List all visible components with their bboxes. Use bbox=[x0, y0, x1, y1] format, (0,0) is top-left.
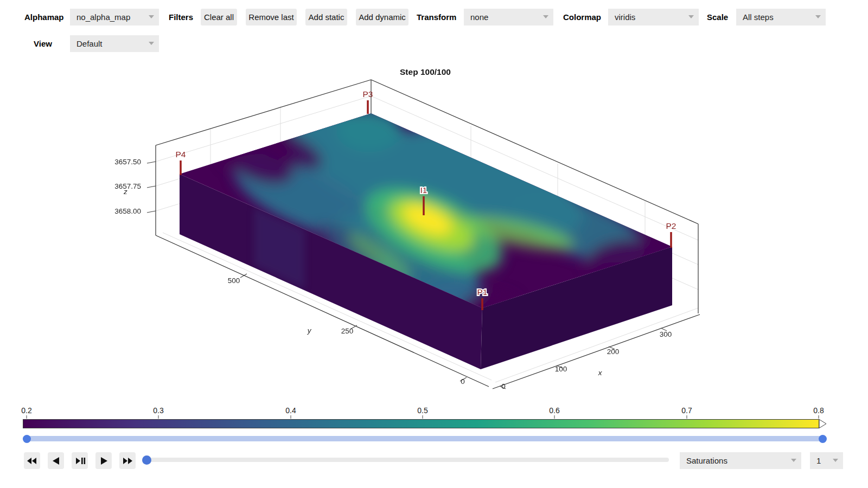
plot-title: Step 100/100 bbox=[400, 67, 451, 76]
colorbar-tick: 0.8 bbox=[813, 406, 824, 415]
well-label-i1: I1 bbox=[420, 185, 427, 195]
field-dropdown-value: Saturations bbox=[686, 456, 727, 465]
skip-backward-icon bbox=[25, 456, 39, 466]
well-label-p3: P3 bbox=[363, 89, 373, 99]
colorbar-tick: 0.7 bbox=[681, 406, 692, 415]
app-window: Alphamap no_alpha_map Filters Clear all … bbox=[0, 0, 868, 488]
add-dynamic-button[interactable]: Add dynamic bbox=[356, 9, 409, 25]
dropdown-arrow-icon bbox=[149, 42, 154, 45]
scale-dropdown-value: All steps bbox=[743, 12, 774, 22]
add-static-button[interactable]: Add static bbox=[305, 9, 347, 25]
colorbar-range-handle-max[interactable] bbox=[819, 435, 827, 443]
dropdown-arrow-icon bbox=[543, 15, 548, 18]
play-pause-icon bbox=[74, 456, 86, 466]
colorbar-tick: 0.5 bbox=[417, 406, 428, 415]
alphamap-dropdown[interactable]: no_alpha_map bbox=[70, 9, 159, 25]
view-dropdown-value: Default bbox=[76, 39, 103, 48]
fast-forward-button[interactable] bbox=[119, 452, 136, 469]
play-icon bbox=[98, 456, 109, 466]
colormap-label: Colormap bbox=[563, 9, 601, 25]
colorbar-gradient bbox=[23, 420, 819, 428]
play-button[interactable] bbox=[95, 452, 112, 469]
colorbar: 0.2 0.3 0.4 0.5 0.6 0.7 0.8 bbox=[0, 404, 868, 434]
fast-forward-icon bbox=[121, 456, 134, 466]
step-slider-track[interactable] bbox=[142, 458, 669, 462]
well-label-p1: P1 bbox=[477, 287, 488, 297]
colormap-dropdown-value: viridis bbox=[615, 12, 635, 22]
z-tick-label: 3657.75 bbox=[114, 182, 141, 190]
filters-label: Filters bbox=[169, 9, 193, 25]
clear-all-button[interactable]: Clear all bbox=[201, 9, 237, 25]
y-axis-label: y bbox=[307, 326, 312, 335]
y-tick-label: 0 bbox=[461, 377, 465, 386]
well-label-p2: P2 bbox=[666, 221, 676, 230]
x-tick-label: 0 bbox=[501, 382, 506, 390]
well-label-p4: P4 bbox=[176, 150, 186, 159]
dropdown-arrow-icon bbox=[149, 15, 154, 18]
scale-dropdown[interactable]: All steps bbox=[736, 9, 826, 25]
dropdown-arrow-icon bbox=[833, 459, 838, 462]
y-tick-label: 500 bbox=[228, 277, 240, 285]
colorbar-overflow-arrow-icon bbox=[819, 420, 826, 428]
colorbar-tick: 0.6 bbox=[549, 406, 560, 415]
field-dropdown[interactable]: Saturations bbox=[680, 452, 801, 469]
x-tick-label: 300 bbox=[660, 330, 672, 338]
volume-slab bbox=[180, 86, 684, 369]
dropdown-arrow-icon bbox=[815, 15, 821, 18]
dropdown-arrow-icon bbox=[791, 459, 796, 462]
colorbar-tick-marks bbox=[27, 415, 819, 419]
layer-dropdown-value: 1 bbox=[816, 456, 821, 465]
colorbar-tick: 0.2 bbox=[21, 406, 32, 415]
y-tick-label: 250 bbox=[341, 327, 354, 335]
alphamap-label: Alphamap bbox=[24, 9, 64, 25]
dropdown-arrow-icon bbox=[688, 15, 694, 18]
x-tick-label: 100 bbox=[555, 365, 567, 373]
x-axis-label: x bbox=[598, 369, 603, 377]
plot-3d-view[interactable]: 3657.50 3657.75 3658.00 z 500 250 0 y 0 … bbox=[0, 60, 868, 401]
scale-label: Scale bbox=[707, 9, 728, 25]
z-tick-label: 3658.00 bbox=[114, 207, 141, 215]
skip-backward-button[interactable] bbox=[24, 452, 40, 469]
colorbar-tick: 0.3 bbox=[153, 406, 164, 415]
layer-dropdown[interactable]: 1 bbox=[810, 452, 843, 469]
x-tick-label: 200 bbox=[607, 348, 620, 356]
colorbar-tick: 0.4 bbox=[285, 406, 296, 415]
colorbar-range-track[interactable] bbox=[23, 436, 826, 441]
colorbar-range-handle-min[interactable] bbox=[23, 435, 31, 443]
colormap-dropdown[interactable]: viridis bbox=[608, 9, 699, 25]
alphamap-dropdown-value: no_alpha_map bbox=[76, 12, 130, 22]
colorbar-tick-labels: 0.2 0.3 0.4 0.5 0.6 0.7 0.8 bbox=[21, 406, 824, 415]
view-dropdown[interactable]: Default bbox=[70, 35, 159, 52]
step-backward-button[interactable] bbox=[48, 452, 64, 469]
step-backward-icon bbox=[50, 456, 61, 466]
remove-last-button[interactable]: Remove last bbox=[246, 9, 297, 25]
transform-dropdown[interactable]: none bbox=[464, 9, 553, 25]
transform-label: Transform bbox=[417, 9, 456, 25]
z-tick-label: 3657.50 bbox=[114, 158, 141, 166]
transform-dropdown-value: none bbox=[470, 12, 488, 22]
play-pause-button[interactable] bbox=[72, 452, 88, 469]
view-label: View bbox=[34, 35, 52, 52]
z-axis-label: z bbox=[123, 188, 127, 196]
step-slider-handle[interactable] bbox=[142, 455, 151, 465]
